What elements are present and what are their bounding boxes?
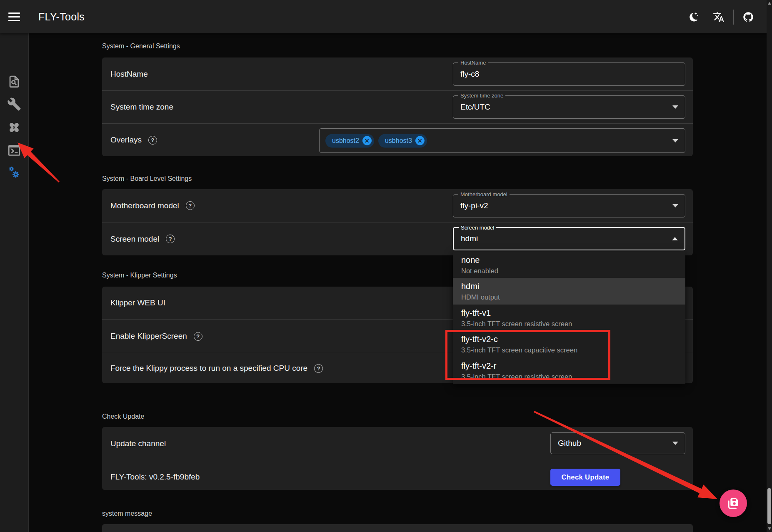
chip-usbhost3[interactable]: usbhost3 ✕ — [378, 134, 427, 147]
klipperscreen-label: Enable KlipperScreen — [110, 332, 187, 341]
update-channel-select[interactable]: Github — [550, 432, 685, 454]
klipper-web-ui-label: Klipper WEB UI — [110, 298, 165, 307]
cpu-core-help-icon[interactable]: ? — [314, 364, 323, 373]
screen-model-field-value: hdmi — [461, 234, 478, 243]
klipperscreen-help-icon[interactable]: ? — [194, 332, 202, 341]
cpu-core-label: Force the Klippy process to run on a spe… — [110, 364, 307, 373]
screen-model-select[interactable]: Screen model hdmi — [453, 227, 685, 250]
translate-icon[interactable] — [713, 11, 725, 23]
chevron-down-icon — [672, 442, 678, 445]
overlays-help-icon[interactable]: ? — [148, 136, 157, 145]
file-search-icon[interactable] — [7, 75, 21, 89]
fly-tools-version-label: FLY-Tools: v0.2.5-fb9bfeb — [110, 472, 200, 482]
scrollbar-up-arrow[interactable] — [768, 2, 771, 5]
hostname-field-value: fly-c8 — [460, 70, 479, 79]
section-title-general: System - General Settings — [102, 42, 180, 50]
overlays-select[interactable]: usbhost2 ✕ usbhost3 ✕ — [319, 128, 685, 153]
toolbar-divider — [733, 10, 734, 25]
motherboard-row-label: Motherboard model — [110, 201, 179, 210]
screen-model-help-icon[interactable]: ? — [166, 235, 175, 243]
chip-usbhost3-close-icon[interactable]: ✕ — [415, 136, 425, 145]
terminal-icon[interactable] — [7, 143, 21, 157]
menu-item-fly-tft-v2-c[interactable]: fly-tft-v2-c 3.5-inch TFT screen capacit… — [453, 331, 685, 357]
section-title-klipper: System - Klipper Settings — [102, 272, 177, 279]
settings-gears-icon[interactable] — [7, 166, 21, 180]
timezone-field-value: Etc/UTC — [460, 102, 490, 112]
motherboard-select[interactable]: Motherboard model fly-pi-v2 — [453, 194, 685, 217]
screen-model-row-label: Screen model — [110, 235, 159, 244]
hostname-row-label: HostName — [110, 70, 148, 79]
motherboard-field-value: fly-pi-v2 — [460, 201, 488, 210]
scrollbar[interactable] — [767, 0, 772, 532]
chevron-down-icon — [672, 105, 678, 109]
chevron-down-icon — [672, 204, 678, 207]
scrollbar-down-arrow[interactable] — [768, 527, 771, 530]
sidebar — [0, 33, 29, 532]
section-title-message: system message — [102, 510, 152, 517]
wrench-icon[interactable] — [7, 97, 21, 111]
section-title-board: System - Board Level Settings — [102, 175, 192, 182]
screen-model-field-label: Screen model — [459, 224, 496, 231]
check-update-button[interactable]: Check Update — [550, 469, 620, 486]
menu-item-hdmi[interactable]: hdmi HDMI output — [453, 278, 685, 304]
screen-model-dropdown-menu: none Not enabled hdmi HDMI output fly-tf… — [453, 252, 685, 384]
menu-item-fly-tft-v1[interactable]: fly-tft-v1 3.5-inch TFT screen resistive… — [453, 305, 685, 331]
motherboard-help-icon[interactable]: ? — [186, 201, 195, 210]
update-channel-label: Update channel — [110, 439, 166, 448]
motherboard-field-label: Motherboard model — [458, 191, 510, 198]
chip-usbhost2-label: usbhost2 — [332, 137, 359, 145]
scrollbar-thumb[interactable] — [767, 488, 771, 524]
patch-icon[interactable] — [7, 120, 21, 135]
github-icon[interactable] — [742, 11, 754, 23]
card-system-message — [102, 524, 693, 532]
overlays-chips: usbhost2 ✕ usbhost3 ✕ — [325, 134, 427, 147]
menu-hamburger-icon[interactable] — [8, 12, 20, 21]
update-channel-value: Github — [558, 439, 581, 448]
menu-item-none[interactable]: none Not enabled — [453, 252, 685, 278]
chip-usbhost2-close-icon[interactable]: ✕ — [362, 136, 372, 145]
chip-usbhost2[interactable]: usbhost2 ✕ — [325, 134, 374, 147]
chevron-up-icon — [672, 237, 678, 240]
app-title: FLY-Tools — [38, 0, 85, 33]
app-bar: FLY-Tools — [0, 0, 772, 33]
timezone-field-label: System time zone — [458, 92, 505, 99]
overlays-row-label: Overlays — [110, 135, 142, 145]
timezone-select[interactable]: System time zone Etc/UTC — [453, 95, 685, 119]
save-all-fab-button[interactable] — [720, 490, 747, 517]
chevron-down-icon — [672, 139, 678, 142]
save-all-icon — [727, 497, 740, 510]
section-title-update: Check Update — [102, 413, 144, 420]
chip-usbhost3-label: usbhost3 — [385, 137, 412, 145]
hostname-field-label: HostName — [458, 59, 488, 66]
menu-item-fly-tft-v2-r[interactable]: fly-tft-v2-r 3.5-inch TFT screen resisti… — [453, 357, 685, 384]
hostname-input[interactable]: HostName fly-c8 — [453, 62, 685, 86]
timezone-row-label: System time zone — [110, 102, 173, 112]
dark-mode-moon-icon[interactable] — [687, 11, 699, 23]
